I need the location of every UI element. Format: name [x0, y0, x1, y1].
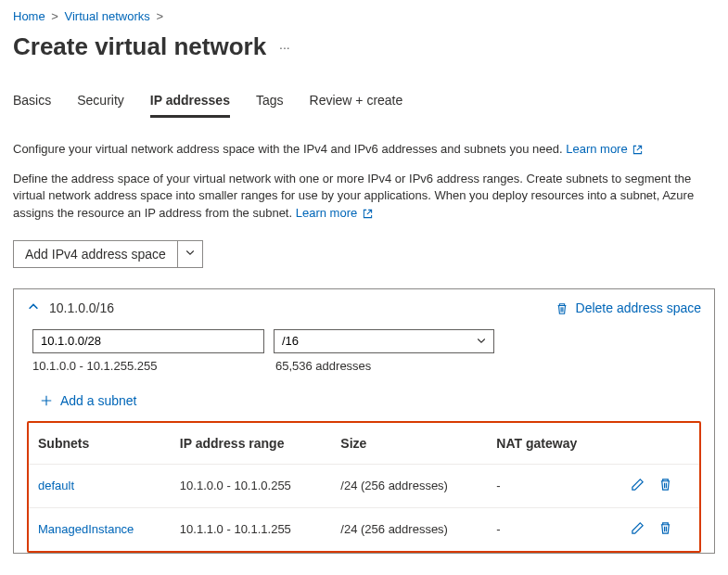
address-range-hint: 10.1.0.0 - 10.1.255.255: [32, 359, 264, 373]
tab-tags[interactable]: Tags: [256, 89, 284, 118]
subnet-range: 10.1.1.0 - 10.1.1.255: [171, 507, 331, 551]
edit-icon[interactable]: [631, 478, 645, 492]
plus-icon: [40, 394, 53, 407]
edit-icon[interactable]: [631, 521, 645, 535]
subnet-range: 10.1.0.0 - 10.1.0.255: [171, 464, 331, 507]
chevron-right-icon: >: [48, 9, 61, 23]
add-subnet-button[interactable]: Add a subnet: [40, 393, 701, 408]
tab-security[interactable]: Security: [77, 89, 124, 118]
subnet-size: /24 (256 addresses): [331, 464, 487, 507]
table-row: ManagedInstance 10.1.1.0 - 10.1.1.255 /2…: [29, 507, 699, 551]
subnet-link[interactable]: default: [38, 479, 74, 492]
subnet-size: /24 (256 addresses): [331, 507, 487, 551]
address-space-cidr: 10.1.0.0/16: [49, 300, 114, 315]
chevron-right-icon: >: [153, 9, 166, 23]
external-link-icon: [632, 145, 643, 155]
delete-address-space-button[interactable]: Delete address space: [556, 300, 701, 315]
col-subnets: Subnets: [29, 423, 171, 465]
subnet-nat: -: [487, 464, 609, 507]
subnet-link[interactable]: ManagedInstance: [38, 522, 134, 536]
subnet-nat: -: [487, 507, 609, 551]
delete-icon: [556, 302, 568, 315]
col-ip-range: IP address range: [171, 423, 331, 465]
col-size: Size: [331, 423, 487, 465]
breadcrumb-virtual-networks[interactable]: Virtual networks: [65, 9, 150, 23]
chevron-up-icon: [27, 300, 40, 313]
tab-basics[interactable]: Basics: [13, 89, 51, 118]
add-ipv4-address-space-button[interactable]: Add IPv4 address space: [13, 240, 203, 268]
subnets-table-highlight: Subnets IP address range Size NAT gatewa…: [27, 421, 701, 553]
subnets-table: Subnets IP address range Size NAT gatewa…: [29, 423, 699, 551]
address-prefix-input[interactable]: [32, 329, 264, 353]
collapse-toggle[interactable]: [27, 300, 40, 316]
intro-text-1: Configure your virtual network address s…: [13, 141, 713, 158]
breadcrumb-home[interactable]: Home: [13, 9, 45, 23]
col-nat-gateway: NAT gateway: [487, 423, 609, 465]
delete-icon[interactable]: [658, 478, 672, 492]
tab-review-create[interactable]: Review + create: [310, 89, 403, 118]
tab-bar: Basics Security IP addresses Tags Review…: [13, 89, 715, 118]
more-actions-button[interactable]: ···: [279, 40, 290, 55]
learn-more-link[interactable]: Learn more: [296, 206, 373, 220]
external-link-icon: [363, 209, 373, 219]
address-count-hint: 65,536 addresses: [275, 359, 494, 373]
delete-icon[interactable]: [658, 521, 672, 535]
chevron-down-icon[interactable]: [178, 241, 202, 267]
tab-ip-addresses[interactable]: IP addresses: [150, 89, 230, 118]
learn-more-link[interactable]: Learn more: [566, 142, 643, 156]
page-title: Create virtual network: [13, 32, 266, 61]
address-space-card: 10.1.0.0/16 Delete address space 10.1.0.…: [13, 288, 715, 554]
table-row: default 10.1.0.0 - 10.1.0.255 /24 (256 a…: [29, 464, 699, 507]
subnet-mask-select[interactable]: [274, 329, 494, 353]
breadcrumb: Home > Virtual networks >: [13, 6, 715, 31]
intro-text-2: Define the address space of your virtual…: [13, 171, 713, 222]
